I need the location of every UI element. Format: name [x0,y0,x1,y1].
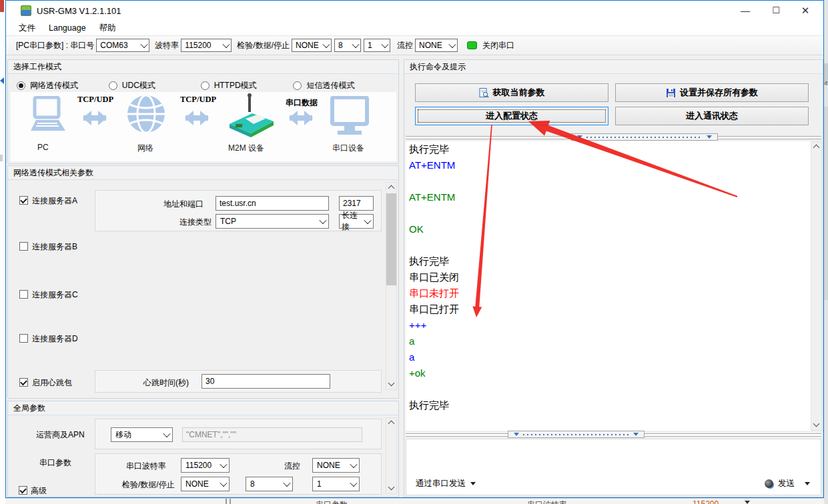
menu-item-Language[interactable]: Language [43,22,92,34]
com-port-value: COM63 [100,41,127,50]
server-a-checkbox[interactable] [19,196,28,205]
scroll-up-icon[interactable] [811,142,821,152]
parity-select[interactable]: NONE [292,39,332,52]
splitter-handle[interactable] [508,431,645,438]
serial-device-icon [330,96,370,137]
collapse-up-icon[interactable] [514,433,519,436]
get-params-button[interactable]: 获取当前参数 [415,83,608,102]
serial-stopbits-value: 1 [317,479,322,489]
collapse-down-icon[interactable] [633,433,639,436]
pc-serial-label: [PC串口参数] : 串口号 [16,40,94,51]
menu-item-文件[interactable]: 文件 [13,21,41,35]
advanced-checkbox[interactable] [19,486,27,495]
chevron-down-icon [381,41,388,48]
scroll-up-icon[interactable] [386,418,396,428]
workmode-option[interactable]: UDC模式 [109,80,201,91]
close-button[interactable]: ✕ [790,1,821,21]
serial-flow-select[interactable]: NONE [312,458,360,473]
serial-stopbits-select[interactable]: 1 [312,477,360,491]
command-panel-title: 执行命令及提示 [404,60,823,74]
radio-icon[interactable] [201,81,210,90]
enter-config-label: 进入配置状态 [486,110,538,122]
stopbits-select[interactable]: 1 [364,39,390,52]
chevron-down-icon [319,217,326,224]
server-d-checkbox[interactable] [19,334,28,343]
serial-flow-value: NONE [317,461,340,470]
send-via-dropdown[interactable]: 通过串口发送 [416,478,476,489]
radio-icon[interactable] [109,81,117,90]
server-a-address-input[interactable] [216,196,329,211]
radio-icon[interactable] [293,81,302,90]
enter-config-button[interactable]: 进入配置状态 [415,107,608,125]
log-line: 串口未打开 [406,285,811,301]
serial-open-status-icon [467,41,477,49]
workmode-option[interactable]: 短信透传模式 [293,80,390,91]
keepalive-select[interactable]: 长连接 [339,214,374,229]
chevron-down-icon [322,41,330,48]
server-c-label: 连接服务器C [32,289,78,301]
workmode-options: 网络透传模式UDC模式HTTPD模式短信透传模式 [17,80,390,91]
send-panel[interactable]: 通过串口发送 发送 [406,439,821,495]
radio-icon[interactable] [17,81,25,90]
log-line: AT+ENTM [406,189,811,205]
serial-baud-select[interactable]: 115200 [181,458,230,473]
chevron-down-icon [364,217,371,224]
connection-type-select[interactable]: TCP [216,214,329,229]
scrollbar-thumb[interactable] [386,193,396,285]
net-params-scrollbar[interactable] [386,182,397,390]
workmode-option-label: 短信透传模式 [306,80,354,91]
scroll-down-icon[interactable] [386,483,396,493]
server-b-checkbox[interactable] [19,242,28,251]
apn-panel: 移动 [95,419,382,449]
scroll-down-icon[interactable] [811,420,821,430]
server-c-checkbox[interactable] [19,290,28,299]
server-d-label: 连接服务器D [32,333,78,345]
carrier-select[interactable]: 移动 [111,427,173,442]
splitter-handle[interactable] [571,133,718,141]
send-label: 发送 [778,478,795,489]
heartbeat-time-input[interactable] [201,374,330,389]
flow-select[interactable]: NONE [415,39,458,52]
baud-value: 115200 [185,41,211,50]
enter-comm-button[interactable]: 进入通讯状态 [615,107,809,125]
maximize-button[interactable]: ☐ [761,1,791,21]
workmode-option[interactable]: 网络透传模式 [17,80,109,91]
diagram-node-label: 串口设备 [332,143,364,154]
chevron-down-icon [283,479,290,487]
log-scrollbar[interactable] [811,141,822,431]
baud-select[interactable]: 115200 [181,39,232,52]
com-port-select[interactable]: COM63 [96,39,149,52]
scroll-down-icon[interactable] [386,379,396,389]
save-params-button[interactable]: 设置并保存所有参数 [615,83,809,102]
heartbeat-time-label: 心跳时间(秒) [143,377,189,389]
server-b-label: 连接服务器B [32,241,77,253]
minimize-button[interactable]: — [730,1,761,21]
serial-parity-select[interactable]: NONE [181,477,230,491]
server-a-port-input[interactable] [339,196,374,211]
serial-baud-label: 串口波特率 [126,461,166,472]
collapse-down-icon[interactable] [707,135,712,139]
heartbeat-checkbox[interactable] [19,378,28,387]
chevron-down-icon [220,479,227,487]
command-log[interactable]: 执行完毕AT+ENTM AT+ENTM OK 执行完毕串口已关闭串口未打开串口已… [406,141,811,431]
log-line: 串口已打开 [406,301,811,317]
close-serial-button[interactable]: 关闭串口 [482,40,514,51]
address-port-label: 地址和端口 [163,199,203,210]
background-serial-label: 串口参数 [316,499,348,504]
serial-databits-select[interactable]: 8 [246,477,293,491]
double-arrow-icon [282,111,320,125]
background-gray-fragment [0,155,3,161]
databits-select[interactable]: 8 [334,39,361,52]
double-arrow-icon [75,111,114,125]
send-button[interactable]: 发送 [765,478,810,489]
log-line: AT+ENTM [406,157,811,173]
menu-item-帮助[interactable]: 帮助 [93,21,122,35]
serial-parity-label: 检验/数据/停止 [122,479,175,491]
workmode-option[interactable]: HTTPD模式 [201,80,294,91]
global-params-scrollbar[interactable] [386,417,397,494]
scroll-up-icon[interactable] [386,183,396,193]
collapse-up-icon[interactable] [577,135,582,139]
serial-flow-label: 流控 [284,461,300,472]
log-line: 执行完毕 [406,253,811,269]
splitter-dots [523,434,629,435]
